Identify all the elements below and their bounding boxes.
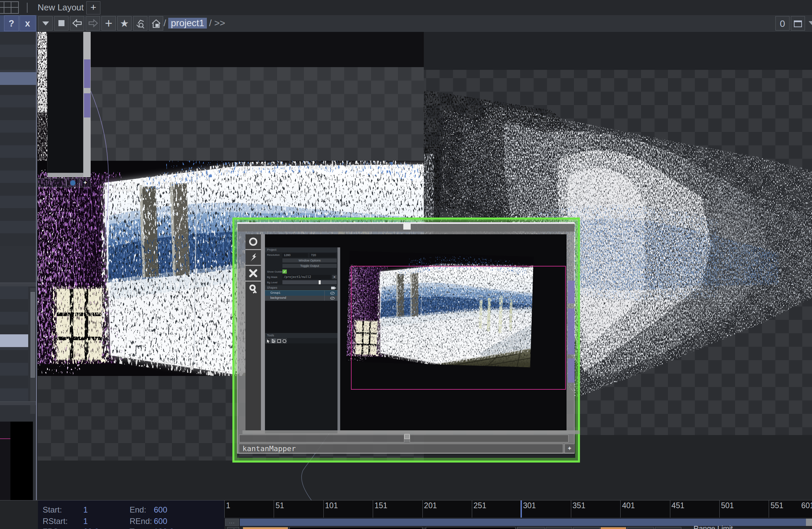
pane-menu-button[interactable] xyxy=(38,16,53,31)
comp-output-connector[interactable] xyxy=(568,281,575,304)
comp-output-connector[interactable] xyxy=(568,308,575,354)
cursor-tool-button[interactable] xyxy=(246,250,261,266)
realtime-toggle[interactable]: / xyxy=(227,527,239,529)
sidebar-item[interactable] xyxy=(0,133,36,145)
panel-scrollbar[interactable] xyxy=(337,247,340,430)
resolution-width-field[interactable]: 1280 xyxy=(282,253,308,258)
node-star-flag[interactable]: ✦ xyxy=(79,178,91,187)
target-tool-button[interactable] xyxy=(246,234,261,250)
layout-name-label[interactable]: New Layout xyxy=(38,2,84,13)
add-shape-icon[interactable] xyxy=(331,286,336,290)
sidebar-item[interactable] xyxy=(0,95,36,108)
timeline-ruler[interactable]: 151101151201251301351401451501551601 xyxy=(224,500,812,518)
playhead[interactable] xyxy=(521,500,522,518)
range-end-handle[interactable] xyxy=(806,518,812,526)
add-operator-button[interactable]: + xyxy=(101,16,116,31)
node-display-flag[interactable] xyxy=(67,178,79,187)
sidebar-item[interactable] xyxy=(0,183,36,196)
field-value[interactable]: 120.0 xyxy=(154,527,174,529)
transport-button[interactable] xyxy=(546,527,572,529)
sidebar-subitem[interactable] xyxy=(0,363,28,376)
window-frame[interactable]: Project Resolution 1280 720 Window Optio… xyxy=(237,222,575,454)
node-name[interactable]: kantanMapper xyxy=(243,444,296,453)
sidebar-item-selected[interactable] xyxy=(0,72,36,85)
sidebar-item[interactable] xyxy=(0,158,36,171)
home-button[interactable] xyxy=(149,16,163,31)
node-flag-strip[interactable] xyxy=(38,178,66,187)
show-guides-checkbox[interactable]: ✓ xyxy=(282,269,287,274)
bg-mask-clear-button[interactable]: × xyxy=(332,275,337,279)
network-editor[interactable]: ✦ xyxy=(38,32,812,500)
field-value[interactable]: 1 xyxy=(83,517,88,526)
null-top-node[interactable] xyxy=(47,32,91,177)
node-name-bar[interactable]: kantanMapper xyxy=(239,444,563,453)
sidebar-subitem[interactable] xyxy=(0,286,28,299)
node-viewer[interactable] xyxy=(47,32,83,173)
bottom-scroll-bar[interactable] xyxy=(410,435,568,442)
play-button[interactable] xyxy=(600,527,626,529)
eye-icon[interactable] xyxy=(330,297,335,300)
help-button[interactable]: ? xyxy=(4,15,19,31)
node-output-connector[interactable] xyxy=(84,93,90,117)
panel-divider[interactable] xyxy=(261,234,265,430)
node-output-connector[interactable] xyxy=(84,59,90,88)
path-expand[interactable]: >> xyxy=(214,18,225,28)
transport-button[interactable] xyxy=(517,527,545,529)
rectangle-tool-button[interactable] xyxy=(276,338,281,343)
shape-row[interactable]: background xyxy=(265,296,337,301)
layout-grid-icon[interactable] xyxy=(4,1,19,14)
slider-handle[interactable] xyxy=(319,280,321,284)
node-star-flag[interactable]: ✦ xyxy=(565,444,575,453)
kantan-mapper-window[interactable]: Project Resolution 1280 720 Window Optio… xyxy=(232,218,580,462)
sidebar-scrollbar[interactable] xyxy=(30,288,35,414)
close-pane-button[interactable]: x xyxy=(19,15,35,31)
range-start-handle[interactable]: ... xyxy=(225,518,239,526)
titlebar-notch[interactable] xyxy=(403,222,411,230)
point-tool-button[interactable] xyxy=(271,338,276,343)
bottom-scroll-bar[interactable] xyxy=(239,435,404,442)
sidebar-item[interactable] xyxy=(0,233,36,246)
path-current-segment[interactable]: project1 xyxy=(168,18,207,29)
bg-mask-field[interactable]: /project1/null2 xyxy=(282,275,331,279)
sidebar-subitem[interactable] xyxy=(0,312,28,325)
sidebar-item[interactable] xyxy=(0,45,36,57)
freeform-tool-button[interactable] xyxy=(282,338,287,343)
sidebar-subitem-selected[interactable] xyxy=(0,334,28,347)
sidebar-item[interactable] xyxy=(0,221,36,234)
sidebar-subitem[interactable] xyxy=(0,376,28,388)
timecode-mode-button[interactable]: Timecode xyxy=(243,527,288,529)
sidebar-item[interactable] xyxy=(0,196,36,208)
mapping-canvas[interactable] xyxy=(340,234,566,430)
sidebar-item[interactable] xyxy=(0,57,36,70)
bookmark-button[interactable]: ★ xyxy=(117,16,132,31)
field-value[interactable]: 60.0 xyxy=(83,527,99,529)
sidebar-subitem[interactable] xyxy=(0,350,28,363)
sidebar-item[interactable] xyxy=(0,120,36,133)
add-layout-button[interactable]: + xyxy=(86,1,100,14)
stop-button[interactable] xyxy=(54,16,69,31)
back-button[interactable] xyxy=(70,16,84,31)
window-button[interactable] xyxy=(791,16,805,31)
forward-button[interactable] xyxy=(86,16,100,31)
shape-row[interactable]: Group1 xyxy=(265,290,337,296)
field-value[interactable]: 600 xyxy=(154,517,167,526)
select-tool-button[interactable] xyxy=(266,338,271,343)
transport-button[interactable] xyxy=(573,527,600,529)
window-options-button[interactable]: Window Options xyxy=(282,259,337,263)
path-root[interactable]: / xyxy=(163,18,166,28)
delete-tool-button[interactable] xyxy=(246,266,261,282)
resolution-height-field[interactable]: 720 xyxy=(310,253,336,258)
transport-button[interactable] xyxy=(627,527,654,529)
toggle-output-button[interactable]: Toggle Output xyxy=(282,264,337,268)
sidebar-item[interactable] xyxy=(0,145,36,158)
sidebar-divider[interactable] xyxy=(36,32,37,529)
lock-tool-button[interactable] xyxy=(246,282,261,296)
bottom-handle[interactable] xyxy=(404,434,410,439)
eye-icon[interactable] xyxy=(330,292,335,295)
bg-level-slider[interactable] xyxy=(282,280,337,284)
op-counter[interactable]: 0 xyxy=(775,16,789,31)
sidebar-item[interactable] xyxy=(0,32,36,45)
sidebar-subitem[interactable] xyxy=(0,388,28,401)
transport-button[interactable] xyxy=(655,527,681,529)
sidebar-item[interactable] xyxy=(0,107,36,120)
